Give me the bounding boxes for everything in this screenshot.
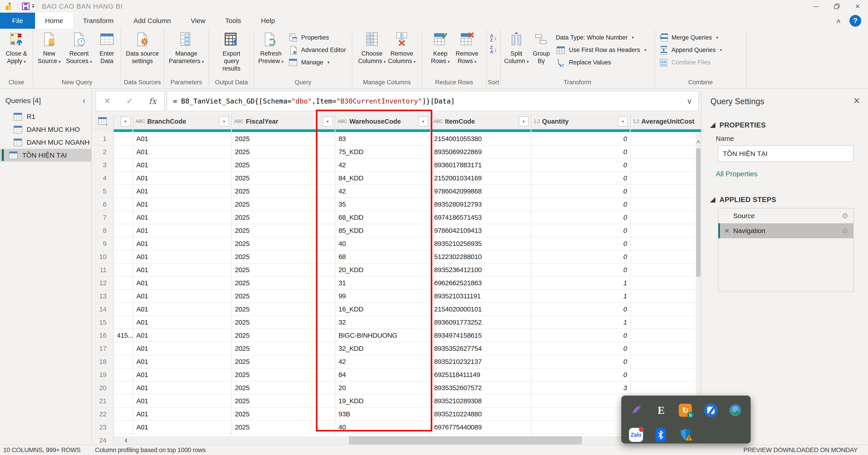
row-number[interactable]: 17 <box>92 342 114 355</box>
cell-averageunitcost[interactable] <box>630 303 701 316</box>
tab-file[interactable]: File <box>0 13 35 29</box>
row-number[interactable]: 16 <box>92 329 114 342</box>
horizontal-scrollbar[interactable]: ‹ <box>114 436 696 444</box>
cell-quantity[interactable]: 0 <box>531 329 630 342</box>
data-source-settings-button[interactable]: Data source settings <box>124 31 160 76</box>
row-number[interactable]: 12 <box>92 277 114 289</box>
cell-quantity[interactable]: 0 <box>531 159 630 171</box>
zalo-icon[interactable]: Zalo <box>629 428 643 442</box>
column-header-branchcode[interactable]: ABC BranchCode ▼ <box>133 114 232 129</box>
help-icon[interactable]: ? <box>849 15 861 27</box>
cell-extra[interactable] <box>114 382 133 394</box>
cell-branchcode[interactable]: A01 <box>133 224 232 237</box>
collapse-ribbon-button[interactable]: ∧ <box>836 17 841 24</box>
cell-extra[interactable] <box>114 145 133 158</box>
cell-itemcode[interactable]: 8935210256935 <box>431 237 531 250</box>
cell-extra[interactable] <box>114 237 133 250</box>
cell-branchcode[interactable]: A01 <box>133 211 232 224</box>
row-number[interactable]: 23 <box>92 421 114 433</box>
refresh-preview-button[interactable]: Refresh Preview▾ <box>256 31 285 76</box>
cell-itemcode[interactable]: 8934974158615 <box>431 329 531 342</box>
cell-quantity[interactable]: 0 <box>531 224 630 237</box>
scroll-left-icon[interactable]: ‹ <box>125 435 127 445</box>
cell-extra[interactable] <box>114 277 133 289</box>
cell-itemcode[interactable]: 8935210232137 <box>431 355 531 368</box>
tab-home[interactable]: Home <box>35 13 73 29</box>
cell-averageunitcost[interactable] <box>630 145 701 158</box>
applied-step-navigation[interactable]: ✕ Navigation ⚙ <box>718 223 853 238</box>
merge-queries-button[interactable]: Merge Queries ▾ <box>658 32 722 43</box>
filter-icon[interactable]: ▼ <box>121 117 130 126</box>
tab-add-column[interactable]: Add Column <box>124 13 181 29</box>
formula-cancel-button[interactable]: ✕ <box>104 96 111 106</box>
query-item[interactable]: TỒN HIỆN TẠI <box>0 149 91 162</box>
sort-descending-button[interactable]: ZA ↓ <box>490 45 497 54</box>
download-manager-icon[interactable] <box>728 403 743 418</box>
cell-quantity[interactable]: 0 <box>531 342 630 355</box>
cell-averageunitcost[interactable] <box>630 342 701 355</box>
cell-branchcode[interactable]: A01 <box>133 277 232 289</box>
cell-branchcode[interactable]: A01 <box>133 159 232 171</box>
row-number[interactable]: 13 <box>92 290 114 302</box>
cell-itemcode[interactable]: 5122302288010 <box>431 251 531 263</box>
cell-branchcode[interactable]: A01 <box>133 145 232 158</box>
cell-branchcode[interactable]: A01 <box>133 368 232 381</box>
cell-extra[interactable] <box>114 159 133 171</box>
column-header-quantity[interactable]: 1.2 Quantity ▼ <box>531 114 630 129</box>
cell-branchcode[interactable]: A01 <box>133 408 232 420</box>
row-number[interactable]: 15 <box>92 316 114 329</box>
properties-button[interactable]: Properties <box>288 32 346 43</box>
choose-columns-button[interactable]: Choose Columns▾ <box>358 31 386 76</box>
split-column-button[interactable]: Split Column▾ <box>504 31 529 76</box>
cell-itemcode[interactable]: 2154020000101 <box>431 303 531 316</box>
filter-icon[interactable]: ▼ <box>219 117 229 126</box>
cell-itemcode[interactable]: 6962662521863 <box>431 277 531 289</box>
row-number[interactable]: 24 <box>92 434 114 444</box>
cell-itemcode[interactable]: 2154001055380 <box>431 132 531 145</box>
query-item[interactable]: DANH MUC KHO <box>0 123 91 136</box>
cell-itemcode[interactable]: 8936091773252 <box>431 316 531 329</box>
sort-ascending-button[interactable]: AZ ↓ <box>490 34 497 42</box>
cell-extra[interactable] <box>114 408 133 420</box>
row-number[interactable]: 3 <box>92 159 114 171</box>
minimize-button[interactable]: — <box>806 0 827 13</box>
filter-icon[interactable]: ▼ <box>618 117 628 126</box>
cell-averageunitcost[interactable] <box>630 172 701 185</box>
cell-quantity[interactable]: 0 <box>531 172 630 185</box>
query-settings-close-button[interactable]: ✕ <box>853 96 860 106</box>
cell-itemcode[interactable]: 8935236412100 <box>431 264 531 276</box>
properties-section-header[interactable]: PROPERTIES <box>710 121 766 129</box>
close-apply-button[interactable]: Close & Apply▾ <box>1 31 32 76</box>
cell-extra[interactable] <box>114 264 133 276</box>
cell-extra[interactable] <box>114 172 133 185</box>
group-by-button[interactable]: Group By <box>530 31 553 76</box>
cell-quantity[interactable]: 1 <box>531 316 630 329</box>
cell-quantity[interactable]: 0 <box>531 185 630 198</box>
cell-itemcode[interactable]: 9786042099868 <box>431 185 531 198</box>
cell-averageunitcost[interactable] <box>630 329 701 342</box>
column-header-averageunitcost[interactable]: 1.2 AverageUnitCost <box>630 114 701 129</box>
cell-extra[interactable] <box>114 421 133 433</box>
tab-transform[interactable]: Transform <box>73 13 124 29</box>
vertical-scrollbar-thumb[interactable] <box>696 148 701 277</box>
row-number[interactable]: 11 <box>92 264 114 276</box>
row-number[interactable]: 4 <box>92 172 114 185</box>
cell-quantity[interactable]: 0 <box>531 368 630 381</box>
delete-step-icon[interactable]: ✕ <box>724 227 730 235</box>
cell-averageunitcost[interactable] <box>630 355 701 368</box>
bluetooth-icon[interactable] <box>653 428 668 442</box>
cell-extra[interactable] <box>114 224 133 237</box>
tab-help[interactable]: Help <box>251 13 285 29</box>
replace-values-button[interactable]: 12 Replace Values <box>556 57 646 68</box>
cell-averageunitcost[interactable] <box>630 198 701 211</box>
formula-input[interactable]: = B8_TanViet_Sach_GD{[Schema="dbo",Item=… <box>167 91 699 111</box>
cell-averageunitcost[interactable] <box>630 132 701 145</box>
cell-quantity[interactable]: 0 <box>531 303 630 316</box>
cell-itemcode[interactable]: 8935352607572 <box>431 382 531 394</box>
tab-view[interactable]: View <box>181 13 215 29</box>
formula-commit-button[interactable]: ✓ <box>126 96 133 106</box>
cell-quantity[interactable]: 0 <box>531 421 630 433</box>
cell-branchcode[interactable]: A01 <box>133 342 232 355</box>
query-name-input[interactable]: TỒN HIỆN TẠI <box>718 145 854 162</box>
applied-steps-section-header[interactable]: APPLIED STEPS <box>710 196 776 204</box>
